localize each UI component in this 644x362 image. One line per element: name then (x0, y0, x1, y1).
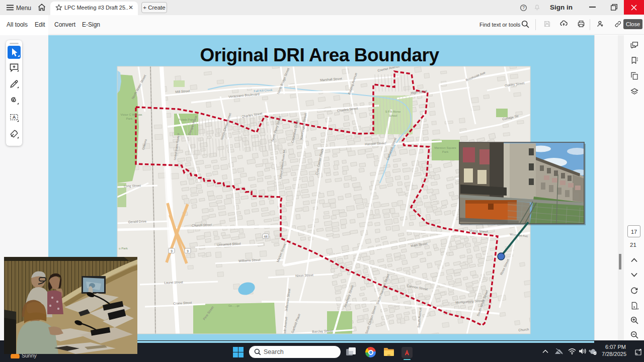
svg-text:A: A (13, 115, 16, 120)
svg-text:9: 9 (187, 249, 189, 253)
svg-text:Ge... ,..ge: Ge... ,..ge (228, 304, 239, 307)
svg-text:o Park: o Park (119, 247, 128, 250)
svg-text:Park: Park (126, 117, 133, 120)
svg-text:Church: Church (518, 327, 529, 331)
svg-text:Laurel Street: Laurel Street (164, 280, 183, 284)
svg-text:9: 9 (171, 249, 173, 253)
svg-text:Gerald Drive: Gerald Drive (128, 219, 147, 223)
svg-text:Original DRI Area Boundary: Original DRI Area Boundary (200, 45, 440, 65)
svg-text:Church Street: Church Street (192, 223, 212, 227)
svg-text:Pulaski Park: Pulaski Park (179, 118, 194, 121)
svg-text:44: 44 (264, 235, 268, 238)
svg-text:Park: Park (442, 150, 449, 153)
svg-text:?: ? (522, 5, 525, 10)
svg-text:School: School (389, 114, 397, 117)
svg-text:S F B Morse: S F B Morse (385, 110, 401, 113)
svg-text:Victor C Waryas: Victor C Waryas (120, 113, 142, 116)
svg-text:Mansion Square: Mansion Square (434, 146, 456, 149)
